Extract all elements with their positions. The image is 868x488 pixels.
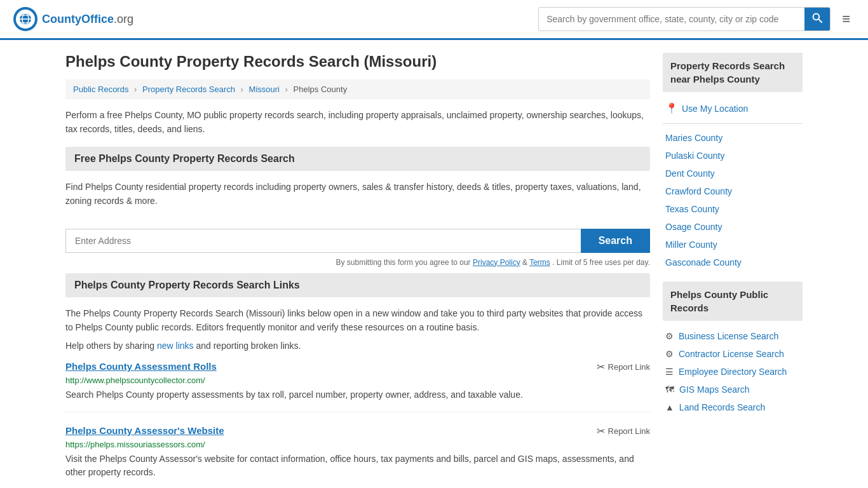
assessment-rolls-url: http://www.phelpscountycollector.com/	[65, 376, 650, 385]
sidebar-land-records[interactable]: ▲ Land Records Search	[663, 398, 803, 416]
report-icon: ✂	[597, 425, 605, 437]
hamburger-icon: ≡	[842, 11, 850, 27]
assessment-rolls-desc: Search Phelps County property assessment…	[65, 388, 650, 402]
public-records-sidebar: Phelps County Public Records ⚙ Business …	[663, 281, 803, 416]
assessor-website-link[interactable]: Phelps County Assessor's Website	[65, 425, 224, 436]
report-link-button-1[interactable]: ✂ Report Link	[597, 425, 650, 437]
location-icon: 📍	[665, 102, 678, 114]
global-search-input[interactable]	[539, 9, 804, 29]
miller-county-link[interactable]: Miller County	[665, 240, 717, 250]
share-links-text: Help others by sharing new links and rep…	[65, 341, 650, 351]
content-area: Phelps County Property Records Search (M…	[65, 53, 650, 488]
gasconade-county-link[interactable]: Gasconade County	[665, 257, 742, 268]
logo[interactable]: CountyOffice.org	[13, 6, 133, 32]
report-icon: ✂	[597, 361, 605, 373]
breadcrumb-missouri[interactable]: Missouri	[249, 85, 280, 94]
link-item: Phelps County Assessor's Website ✂ Repor…	[65, 425, 650, 488]
sidebar-item-pulaski[interactable]: Pulaski County	[663, 147, 803, 165]
report-link-button-0[interactable]: ✂ Report Link	[597, 361, 650, 373]
sidebar-gis-maps[interactable]: 🗺 GIS Maps Search	[663, 381, 803, 398]
global-search-bar	[538, 7, 831, 31]
page-description: Perform a free Phelps County, MO public …	[65, 108, 650, 137]
global-search-button[interactable]	[804, 8, 830, 30]
main-container: Phelps County Property Records Search (M…	[53, 40, 815, 488]
sidebar-item-miller[interactable]: Miller County	[663, 236, 803, 254]
osage-county-link[interactable]: Osage County	[665, 222, 722, 232]
free-search-description: Find Phelps County residential property …	[65, 180, 650, 208]
links-description: The Phelps County Property Records Searc…	[65, 306, 650, 335]
crawford-county-link[interactable]: Crawford County	[665, 186, 732, 196]
site-header: CountyOffice.org ≡	[0, 0, 868, 40]
land-icon: ▲	[665, 402, 674, 412]
assessor-website-url: https://phelps.missouriassessors.com/	[65, 440, 650, 449]
employee-directory-link[interactable]: Employee Directory Search	[679, 367, 787, 377]
privacy-policy-link[interactable]: Privacy Policy	[473, 258, 520, 267]
hamburger-menu-button[interactable]: ≡	[837, 8, 855, 30]
sidebar-employee-directory[interactable]: ☰ Employee Directory Search	[663, 363, 803, 381]
sidebar-item-texas[interactable]: Texas County	[663, 200, 803, 218]
nearby-section-header: Property Records Search near Phelps Coun…	[663, 53, 803, 92]
form-disclaimer: By submitting this form you agree to our…	[65, 258, 650, 267]
sidebar-item-gasconade[interactable]: Gasconade County	[663, 254, 803, 271]
page-title: Phelps County Property Records Search (M…	[65, 53, 650, 71]
business-license-link[interactable]: Business License Search	[679, 331, 778, 341]
gis-maps-link[interactable]: GIS Maps Search	[679, 384, 750, 395]
gear-icon: ⚙	[665, 331, 674, 341]
breadcrumb-public-records[interactable]: Public Records	[73, 85, 128, 94]
settings-icon: ⚙	[665, 349, 674, 359]
logo-icon	[13, 6, 38, 32]
public-records-section-header: Phelps County Public Records	[663, 281, 803, 321]
contractor-license-link[interactable]: Contractor License Search	[679, 349, 784, 359]
header-right: ≡	[538, 7, 855, 31]
terms-link[interactable]: Terms	[529, 258, 550, 267]
free-search-form: Find Phelps County residential property …	[65, 180, 650, 273]
sidebar: Property Records Search near Phelps Coun…	[663, 53, 803, 488]
assessment-rolls-link[interactable]: Phelps County Assessment Rolls	[65, 361, 217, 372]
breadcrumb: Public Records › Property Records Search…	[65, 79, 650, 99]
sidebar-item-crawford[interactable]: Crawford County	[663, 182, 803, 200]
land-records-link[interactable]: Land Records Search	[679, 402, 765, 412]
free-search-header: Free Phelps County Property Records Sear…	[65, 147, 650, 171]
address-input[interactable]	[65, 229, 581, 253]
breadcrumb-current: Phelps County	[294, 85, 348, 94]
sidebar-divider	[663, 123, 803, 124]
svg-line-8	[819, 19, 822, 22]
new-links-link[interactable]: new links	[157, 341, 194, 351]
texas-county-link[interactable]: Texas County	[665, 204, 719, 214]
use-my-location-item[interactable]: 📍 Use My Location	[663, 98, 803, 118]
sidebar-contractor-license[interactable]: ⚙ Contractor License Search	[663, 345, 803, 363]
sidebar-item-maries[interactable]: Maries County	[663, 129, 803, 147]
address-search-button[interactable]: Search	[581, 229, 650, 253]
sidebar-item-osage[interactable]: Osage County	[663, 218, 803, 236]
list-icon: ☰	[665, 367, 674, 377]
assessor-website-desc: Visit the Phelps County Assessor's websi…	[65, 452, 650, 479]
search-icon	[812, 13, 822, 23]
dent-county-link[interactable]: Dent County	[665, 168, 715, 179]
sidebar-item-dent[interactable]: Dent County	[663, 165, 803, 182]
logo-text: CountyOffice.org	[42, 13, 133, 26]
sidebar-business-license[interactable]: ⚙ Business License Search	[663, 327, 803, 345]
link-item: Phelps County Assessment Rolls ✂ Report …	[65, 361, 650, 412]
use-my-location-link[interactable]: Use My Location	[682, 104, 748, 114]
links-section-header: Phelps County Property Records Search Li…	[65, 273, 650, 297]
map-icon: 🗺	[665, 384, 674, 395]
pulaski-county-link[interactable]: Pulaski County	[665, 151, 724, 161]
address-search-bar: Search	[65, 229, 650, 253]
breadcrumb-property-records[interactable]: Property Records Search	[142, 85, 235, 94]
maries-county-link[interactable]: Maries County	[665, 133, 722, 143]
